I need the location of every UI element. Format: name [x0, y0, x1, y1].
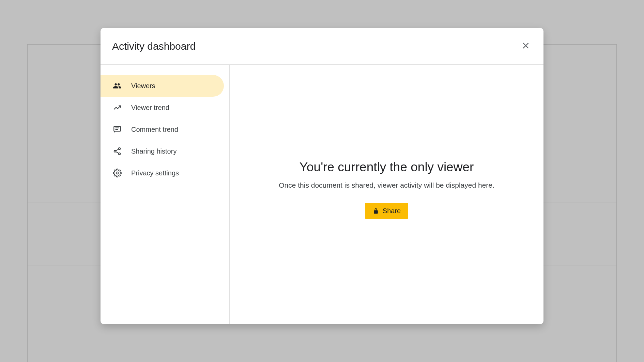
svg-point-3	[119, 153, 120, 155]
sidebar: Viewers Viewer trend Comment trend Shari…	[101, 65, 230, 324]
sidebar-item-label: Sharing history	[131, 147, 177, 155]
sidebar-item-label: Viewers	[131, 82, 155, 90]
content-pane: You're currently the only viewer Once th…	[230, 65, 543, 324]
svg-point-1	[119, 148, 120, 149]
sidebar-item-viewers[interactable]: Viewers	[101, 75, 224, 97]
gear-icon	[113, 169, 122, 177]
empty-state-subtext: Once this document is shared, viewer act…	[279, 181, 494, 189]
trending-up-icon	[113, 103, 122, 112]
share-button[interactable]: Share	[365, 203, 408, 219]
svg-rect-0	[114, 126, 121, 131]
sidebar-item-label: Viewer trend	[131, 104, 169, 112]
activity-dashboard-modal: Activity dashboard Viewers Viewer trend	[101, 28, 543, 324]
empty-state-heading: You're currently the only viewer	[300, 160, 474, 174]
comment-icon	[113, 125, 122, 134]
sidebar-item-comment-trend[interactable]: Comment trend	[101, 119, 224, 140]
sidebar-item-privacy-settings[interactable]: Privacy settings	[101, 162, 224, 184]
modal-body: Viewers Viewer trend Comment trend Shari…	[101, 65, 543, 324]
modal-title: Activity dashboard	[112, 41, 196, 52]
sidebar-item-label: Comment trend	[131, 126, 178, 133]
close-icon	[521, 41, 530, 51]
share-button-label: Share	[383, 207, 401, 215]
people-icon	[113, 81, 122, 90]
svg-point-2	[114, 150, 116, 152]
sidebar-item-viewer-trend[interactable]: Viewer trend	[101, 97, 224, 119]
sidebar-item-label: Privacy settings	[131, 169, 179, 177]
sidebar-item-sharing-history[interactable]: Sharing history	[101, 140, 224, 162]
close-button[interactable]	[519, 40, 533, 53]
modal-header: Activity dashboard	[101, 28, 543, 65]
share-icon	[113, 147, 122, 156]
svg-point-4	[116, 172, 119, 174]
lock-icon	[372, 208, 379, 215]
